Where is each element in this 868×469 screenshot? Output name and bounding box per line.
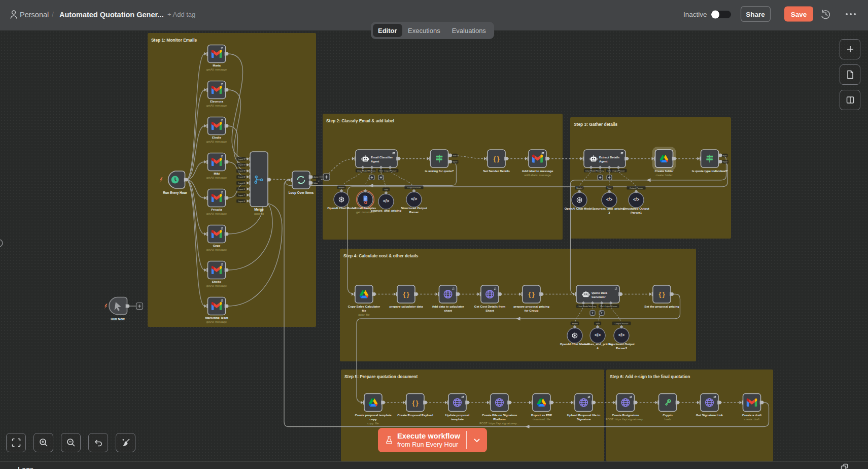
svg-text:Input 7: Input 7 [238, 194, 246, 196]
svg-text:Input 5: Input 5 [238, 182, 246, 184]
svg-text:Step 1: Monitor Emails: Step 1: Monitor Emails [151, 38, 197, 43]
svg-text:Step 6: Add e-sign to the fina: Step 6: Add e-sign to the final quotatio… [610, 374, 690, 379]
svg-text:prepare proposal pricing: prepare proposal pricing [513, 305, 549, 308]
svg-text:file: file [362, 309, 366, 312]
svg-text:Signature: Signature [577, 418, 591, 421]
svg-text:Input 4: Input 4 [238, 176, 246, 178]
svg-text:Copy Sales Calculator: Copy Sales Calculator [348, 305, 380, 308]
svg-text:Step 3: Gather details: Step 3: Gather details [574, 122, 617, 127]
svg-text:Loop Over Items: Loop Over Items [289, 191, 314, 195]
svg-text:Get Cost Details from: Get Cost Details from [474, 305, 505, 308]
svg-text:Crypto: Crypto [663, 414, 673, 417]
svg-text:Output Parser: Output Parser [407, 186, 421, 189]
svg-text:Create folder: Create folder [654, 170, 674, 173]
svg-text:Step 2: Classify Email & add l: Step 2: Classify Email & add label [326, 118, 394, 123]
svg-text:Shoko: Shoko [212, 280, 222, 283]
svg-text:Tool: Tool [596, 322, 600, 325]
svg-text:for Group: for Group [525, 309, 539, 312]
svg-text:Update proposal: Update proposal [445, 414, 470, 417]
svg-text:Input 8: Input 8 [238, 200, 246, 203]
svg-text:Email Classifier: Email Classifier [371, 156, 393, 159]
svg-text:create: draft: create: draft [744, 418, 760, 421]
svg-text:Get Signature Link: Get Signature Link [696, 414, 723, 417]
svg-text:Input 2: Input 2 [238, 163, 246, 166]
svg-text:Extract Details: Extract Details [599, 156, 619, 159]
svg-text:getAll: message: getAll: message [206, 212, 227, 215]
svg-text:getAll: message: getAll: message [206, 248, 227, 251]
svg-text:Parser: Parser [409, 211, 419, 214]
svg-text:POST: https://api.signaturesp.: POST: https://api.signaturesp... [479, 422, 519, 425]
svg-text:Priscila: Priscila [211, 208, 222, 211]
svg-text:Agent: Agent [371, 160, 379, 163]
svg-text:Set the proposal pricing: Set the proposal pricing [644, 305, 679, 308]
svg-text:copy: copy [369, 418, 377, 421]
svg-text:true: true [453, 154, 457, 157]
svg-text:Sheet: Sheet [485, 309, 494, 312]
svg-text:Tool: Tool [384, 188, 388, 191]
svg-text:Input 1: Input 1 [238, 158, 246, 160]
svg-text:Output Parser: Output Parser [630, 187, 643, 189]
svg-text:addLabels: message: addLabels: message [524, 174, 551, 177]
svg-text:Tool: Tool [607, 187, 611, 189]
svg-text:Structured Output: Structured Output [623, 207, 649, 210]
svg-text:Structured Output: Structured Output [608, 343, 635, 346]
svg-text:Export as PDF: Export as PDF [531, 414, 552, 417]
svg-text:+ Add tag: + Add tag [167, 11, 195, 18]
svg-text:Quote Data: Quote Data [592, 291, 608, 294]
svg-text:Input 3: Input 3 [238, 170, 246, 172]
svg-text:Model: Model [338, 186, 344, 189]
svg-text:Personal: Personal [20, 11, 49, 19]
svg-text:Create File on Signature: Create File on Signature [482, 414, 517, 417]
svg-text:download: file: download: file [533, 418, 550, 421]
svg-text:/: / [52, 11, 54, 19]
svg-text:Add data to calculator: Add data to calculator [432, 305, 464, 308]
svg-text:Eleonora: Eleonora [210, 100, 223, 103]
svg-text:Output Parser: Output Parser [615, 322, 629, 325]
svg-text:copy: file: copy: file [358, 313, 369, 316]
svg-text:getAll: message: getAll: message [206, 104, 227, 107]
svg-text:Create E-signature: Create E-signature [612, 414, 639, 417]
svg-text:Save: Save [791, 11, 807, 18]
svg-text:Platform: Platform [493, 418, 505, 421]
svg-text:Create a draft: Create a draft [742, 414, 762, 417]
svg-text:Parser2: Parser2 [616, 347, 628, 350]
svg-text:Upload Proposal file to: Upload Proposal file to [567, 414, 601, 417]
svg-text:Add label to message: Add label to message [522, 170, 553, 173]
svg-text:Share: Share [746, 11, 765, 18]
svg-text:courses_and_pricing: courses_and_pricing [594, 207, 625, 210]
svg-text:Parser1: Parser1 [631, 211, 642, 214]
svg-text:Model: Model [572, 322, 578, 325]
svg-text:create: folder: create: folder [655, 174, 672, 177]
svg-text:Merge: Merge [254, 208, 264, 212]
svg-text:Create Proposal Payload: Create Proposal Payload [397, 414, 433, 417]
svg-text:OpenAI Chat Model1: OpenAI Chat Model1 [565, 207, 595, 210]
svg-text:Run Now: Run Now [111, 317, 124, 321]
svg-text:Step 5: Prepare quotation docu: Step 5: Prepare quotation document [344, 374, 418, 379]
svg-text:Ozge: Ozge [213, 244, 221, 247]
svg-text:prepare calculator data: prepare calculator data [389, 305, 423, 308]
svg-text:Run Every Hour: Run Every Hour [163, 191, 187, 195]
svg-text:Elodie: Elodie [212, 136, 222, 139]
svg-text:Set Sender Details: Set Sender Details [483, 170, 510, 173]
svg-text:false: false [723, 160, 728, 163]
svg-text:Is quote type individual?: Is quote type individual? [692, 170, 728, 173]
svg-text:false: false [453, 160, 458, 163]
svg-text:Input 6: Input 6 [238, 188, 246, 190]
svg-text:getAll: message: getAll: message [206, 176, 227, 179]
svg-text:Structured Output: Structured Output [401, 207, 427, 210]
svg-text:true: true [723, 154, 727, 157]
svg-text:getAll: message: getAll: message [206, 140, 227, 143]
svg-text:Create proposal template: Create proposal template [355, 414, 392, 417]
svg-text:getAll: message: getAll: message [206, 68, 227, 71]
svg-text:is asking for quote?: is asking for quote? [425, 170, 454, 173]
svg-text:courses_and_pricing: courses_and_pricing [371, 209, 402, 212]
svg-text:loop: loop [314, 182, 318, 184]
svg-text:Generator: Generator [592, 295, 606, 298]
svg-text:Step 4: Calculate cost & other: Step 4: Calculate cost & other details [343, 253, 419, 258]
svg-text:append: append [254, 212, 264, 215]
svg-text:copy: file: copy: file [367, 422, 378, 425]
svg-text:getAll: message: getAll: message [206, 320, 227, 323]
svg-text:OpenAI Chat Model: OpenAI Chat Model [327, 207, 356, 210]
svg-text:Inactive: Inactive [683, 11, 707, 18]
svg-text:hash: hash [665, 418, 671, 421]
